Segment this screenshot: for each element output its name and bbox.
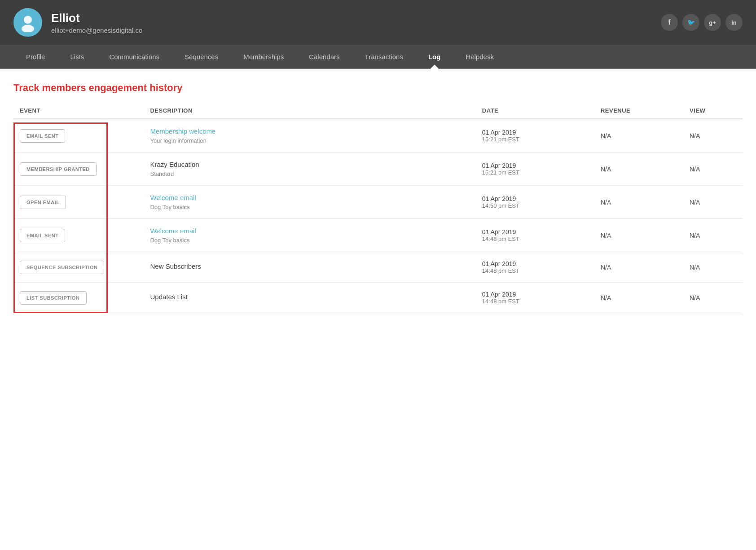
date-main: 01 Apr 2019 — [482, 228, 588, 236]
date-sub: 15:21 pm EST — [482, 136, 588, 143]
date-sub: 14:48 pm EST — [482, 298, 588, 305]
view-value: N/A — [690, 166, 700, 173]
table-row: EMAIL SENTMembership welcomeYour login i… — [13, 119, 743, 153]
col-header-view: VIEW — [683, 103, 743, 119]
event-cell: MEMBERSHIP GRANTED — [13, 153, 144, 186]
date-cell: 01 Apr 201915:21 pm EST — [476, 119, 594, 153]
log-table-wrapper: EVENT DESCRIPTION DATE REVENUE VIEW EMAI… — [13, 103, 743, 313]
nav-item-transactions[interactable]: Transactions — [352, 45, 416, 69]
revenue-value: N/A — [601, 294, 611, 301]
date-sub: 14:48 pm EST — [482, 267, 588, 274]
social-icons: f 🐦 g+ in — [661, 14, 743, 31]
description-cell: Welcome emailDog Toy basics — [144, 186, 475, 219]
description-cell: Updates List — [144, 283, 475, 313]
date-cell: 01 Apr 201914:48 pm EST — [476, 252, 594, 283]
description-sub: Standard — [150, 170, 174, 177]
view-cell: N/A — [683, 186, 743, 219]
date-main: 01 Apr 2019 — [482, 291, 588, 298]
header: Elliot elliot+demo@genesisdigital.co f 🐦… — [0, 0, 756, 45]
avatar — [13, 8, 42, 37]
description-cell: New Subscribers — [144, 252, 475, 283]
event-button[interactable]: LIST SUBSCRIPTION — [20, 291, 87, 305]
nav-item-communications[interactable]: Communications — [97, 45, 172, 69]
facebook-icon[interactable]: f — [661, 14, 678, 31]
date-cell: 01 Apr 201914:50 pm EST — [476, 186, 594, 219]
description-cell: Membership welcomeYour login information — [144, 119, 475, 153]
nav-item-profile[interactable]: Profile — [13, 45, 58, 69]
event-cell: OPEN EMAIL — [13, 186, 144, 219]
nav-item-helpdesk[interactable]: Helpdesk — [453, 45, 506, 69]
date-sub: 15:21 pm EST — [482, 169, 588, 176]
description-cell: Krazy EducationStandard — [144, 153, 475, 186]
nav-item-memberships[interactable]: Memberships — [231, 45, 296, 69]
event-cell: EMAIL SENT — [13, 119, 144, 153]
description-plain: New Subscribers — [150, 262, 469, 270]
table-row: EMAIL SENTWelcome emailDog Toy basics01 … — [13, 219, 743, 252]
googleplus-icon[interactable]: g+ — [704, 14, 721, 31]
description-plain: Krazy Education — [150, 161, 469, 168]
date-cell: 01 Apr 201915:21 pm EST — [476, 153, 594, 186]
revenue-cell: N/A — [594, 219, 683, 252]
table-row: LIST SUBSCRIPTIONUpdates List01 Apr 2019… — [13, 283, 743, 313]
event-button[interactable]: EMAIL SENT — [20, 129, 65, 143]
revenue-value: N/A — [601, 232, 611, 239]
event-button[interactable]: OPEN EMAIL — [20, 196, 66, 209]
description-plain: Updates List — [150, 293, 469, 301]
event-cell: SEQUENCE SUBSCRIPTION — [13, 252, 144, 283]
description-sub: Dog Toy basics — [150, 204, 189, 210]
view-cell: N/A — [683, 153, 743, 186]
revenue-value: N/A — [601, 166, 611, 173]
date-main: 01 Apr 2019 — [482, 260, 588, 267]
date-main: 01 Apr 2019 — [482, 162, 588, 169]
revenue-cell: N/A — [594, 119, 683, 153]
view-cell: N/A — [683, 252, 743, 283]
description-cell: Welcome emailDog Toy basics — [144, 219, 475, 252]
event-cell: EMAIL SENT — [13, 219, 144, 252]
col-header-event: EVENT — [13, 103, 144, 119]
linkedin-icon[interactable]: in — [725, 14, 743, 31]
view-cell: N/A — [683, 119, 743, 153]
section-title: Track members engagement history — [13, 82, 743, 94]
table-row: SEQUENCE SUBSCRIPTIONNew Subscribers01 A… — [13, 252, 743, 283]
date-sub: 14:48 pm EST — [482, 236, 588, 242]
description-link[interactable]: Welcome email — [150, 194, 469, 201]
revenue-value: N/A — [601, 132, 611, 140]
main-content: Track members engagement history EVENT D… — [0, 69, 756, 327]
svg-point-0 — [24, 16, 32, 24]
view-cell: N/A — [683, 283, 743, 313]
view-value: N/A — [690, 199, 700, 206]
event-button[interactable]: SEQUENCE SUBSCRIPTION — [20, 261, 104, 274]
nav-item-calendars[interactable]: Calendars — [296, 45, 352, 69]
revenue-value: N/A — [601, 264, 611, 271]
view-value: N/A — [690, 294, 700, 301]
table-row: MEMBERSHIP GRANTEDKrazy EducationStandar… — [13, 153, 743, 186]
event-cell: LIST SUBSCRIPTION — [13, 283, 144, 313]
description-link[interactable]: Membership welcome — [150, 127, 469, 135]
nav-item-log[interactable]: Log — [416, 45, 453, 69]
user-info: Elliot elliot+demo@genesisdigital.co — [51, 11, 652, 34]
description-sub: Dog Toy basics — [150, 237, 189, 244]
log-table: EVENT DESCRIPTION DATE REVENUE VIEW EMAI… — [13, 103, 743, 313]
user-email: elliot+demo@genesisdigital.co — [51, 26, 652, 34]
event-button[interactable]: EMAIL SENT — [20, 229, 65, 242]
view-cell: N/A — [683, 219, 743, 252]
event-button[interactable]: MEMBERSHIP GRANTED — [20, 162, 97, 176]
description-sub: Your login information — [150, 137, 206, 144]
date-cell: 01 Apr 201914:48 pm EST — [476, 283, 594, 313]
view-value: N/A — [690, 132, 700, 140]
date-cell: 01 Apr 201914:48 pm EST — [476, 219, 594, 252]
user-name: Elliot — [51, 11, 652, 25]
col-header-date: DATE — [476, 103, 594, 119]
revenue-cell: N/A — [594, 153, 683, 186]
nav-item-lists[interactable]: Lists — [58, 45, 97, 69]
revenue-cell: N/A — [594, 283, 683, 313]
date-main: 01 Apr 2019 — [482, 129, 588, 136]
revenue-value: N/A — [601, 199, 611, 206]
nav-item-sequences[interactable]: Sequences — [172, 45, 231, 69]
date-main: 01 Apr 2019 — [482, 195, 588, 202]
view-value: N/A — [690, 264, 700, 271]
table-row: OPEN EMAILWelcome emailDog Toy basics01 … — [13, 186, 743, 219]
twitter-icon[interactable]: 🐦 — [682, 14, 699, 31]
svg-point-1 — [22, 25, 34, 32]
description-link[interactable]: Welcome email — [150, 227, 469, 235]
